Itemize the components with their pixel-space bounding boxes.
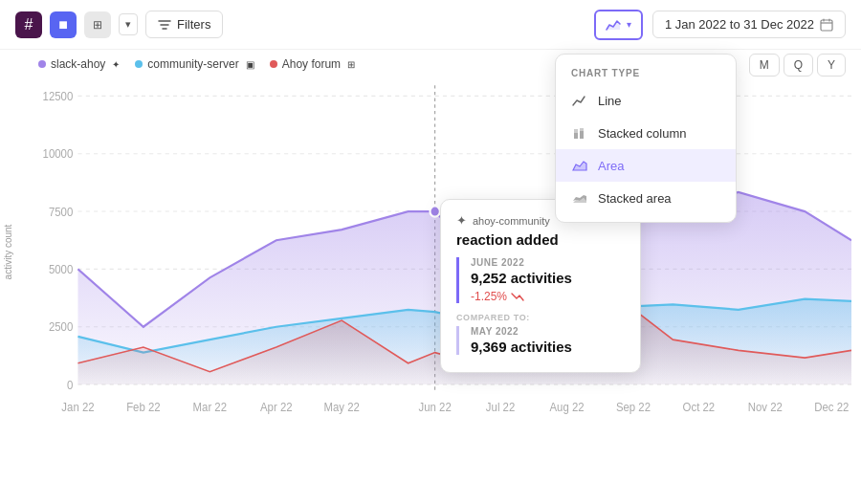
svg-text:10000: 10000	[43, 147, 74, 162]
svg-point-18	[430, 206, 439, 216]
dropdown-section-label: CHART TYPE	[556, 62, 736, 84]
legend-label-ahoy-forum: Ahoy forum	[282, 57, 341, 71]
svg-text:7500: 7500	[49, 205, 74, 219]
svg-text:Dec 22: Dec 22	[814, 401, 849, 415]
y-axis-label: activity count	[3, 225, 13, 280]
chart-type-button[interactable]: ▾	[594, 10, 643, 40]
ahoy-icon: ✦	[456, 213, 467, 228]
svg-text:May 22: May 22	[324, 401, 360, 415]
chevron-down-icon: ▾	[627, 19, 631, 30]
svg-text:Jun 22: Jun 22	[419, 401, 452, 415]
line-chart-icon	[571, 92, 588, 109]
tooltip-section2-value: 9,369 activities	[471, 339, 625, 355]
svg-rect-1	[574, 133, 578, 139]
dropdown-item-stacked-area[interactable]: Stacked area	[556, 182, 736, 214]
svg-rect-4	[580, 128, 584, 131]
svg-text:5000: 5000	[49, 262, 74, 276]
dropdown-item-label: Stacked column	[598, 126, 687, 141]
slack-icon[interactable]: #	[15, 11, 42, 38]
legend-label-slack-ahoy: slack-ahoy	[51, 57, 105, 71]
area-chart-icon	[571, 157, 588, 174]
legend-icon-community-server: ▣	[246, 59, 254, 70]
svg-rect-0	[821, 20, 832, 31]
date-range-text: 1 Jan 2022 to 31 Dec 2022	[665, 17, 814, 32]
svg-text:12500: 12500	[43, 89, 74, 103]
tooltip-compared-label: COMPARED TO:	[456, 313, 625, 322]
tooltip-section1-label: JUNE 2022	[471, 257, 625, 268]
dropdown-item-line[interactable]: Line	[556, 84, 736, 117]
svg-text:Sep 22: Sep 22	[616, 401, 651, 415]
apps-chevron-button[interactable]: ▾	[119, 13, 138, 35]
tooltip-section2-label: MAY 2022	[471, 326, 625, 337]
tooltip-title: reaction added	[456, 231, 625, 248]
svg-text:Apr 22: Apr 22	[260, 401, 293, 415]
filters-button[interactable]: Filters	[145, 11, 223, 38]
dropdown-item-label: Line	[598, 94, 622, 108]
dropdown-item-label: Stacked area	[598, 191, 672, 206]
date-range-button[interactable]: 1 Jan 2022 to 31 Dec 2022	[652, 11, 846, 38]
top-bar-right: ▾ 1 Jan 2022 to 31 Dec 2022	[594, 10, 846, 40]
tooltip-change: -1.25%	[471, 290, 625, 303]
svg-text:2500: 2500	[49, 320, 74, 335]
legend-dot-slack-ahoy	[38, 60, 46, 68]
svg-text:Jan 22: Jan 22	[61, 401, 94, 415]
legend-icon-ahoy-forum: ⊞	[347, 59, 355, 70]
svg-text:Jul 22: Jul 22	[486, 401, 515, 415]
dropdown-item-area[interactable]: Area	[556, 149, 736, 182]
tooltip-section1-value: 9,252 activities	[471, 270, 625, 286]
tooltip: ✦ ahoy-community reaction added JUNE 202…	[440, 199, 641, 373]
calendar-icon	[820, 18, 833, 32]
chart-type-icon	[606, 17, 621, 33]
svg-rect-2	[574, 129, 578, 133]
period-month-button[interactable]: M	[749, 54, 780, 77]
svg-rect-3	[580, 131, 584, 139]
grid-icon[interactable]: ⊞	[84, 11, 111, 38]
svg-text:Nov 22: Nov 22	[748, 401, 783, 415]
svg-text:Aug 22: Aug 22	[549, 401, 584, 415]
dropdown-item-stacked-column[interactable]: Stacked column	[556, 117, 736, 149]
svg-text:Oct 22: Oct 22	[683, 401, 716, 415]
discord-icon[interactable]: ■	[50, 11, 77, 38]
legend-dot-community-server	[135, 60, 143, 68]
tooltip-source: ahoy-community	[473, 215, 550, 227]
filters-icon	[158, 18, 171, 32]
period-quarter-button[interactable]: Q	[784, 54, 813, 77]
stacked-area-icon	[571, 189, 588, 207]
period-buttons: M Q Y	[749, 54, 846, 77]
legend-label-community-server: community-server	[147, 57, 238, 71]
legend-dot-ahoy-forum	[270, 60, 277, 68]
svg-text:0: 0	[67, 378, 74, 392]
svg-text:Mar 22: Mar 22	[193, 401, 227, 415]
top-bar-left: # ■ ⊞ ▾ Filters	[15, 11, 223, 38]
legend-item-slack-ahoy: slack-ahoy ✦	[38, 57, 120, 71]
legend-icon-slack-ahoy: ✦	[112, 59, 120, 70]
top-bar: # ■ ⊞ ▾ Filters ▾ 1 Jan 2022 to 31 Dec 2…	[0, 0, 861, 50]
chart-type-dropdown: CHART TYPE Line Stacked column Area	[555, 54, 737, 223]
stacked-column-icon	[571, 124, 588, 142]
svg-text:Feb 22: Feb 22	[126, 401, 160, 415]
period-year-button[interactable]: Y	[817, 54, 846, 77]
filters-label: Filters	[177, 17, 210, 32]
dropdown-item-label: Area	[598, 159, 624, 173]
legend-item-community-server: community-server ▣	[135, 57, 254, 71]
trend-down-icon	[511, 292, 524, 301]
legend-item-ahoy-forum: Ahoy forum ⊞	[270, 57, 355, 71]
